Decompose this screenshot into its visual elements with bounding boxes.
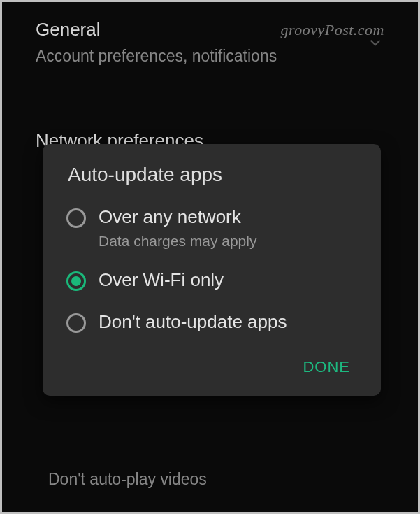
general-subtitle: Account preferences, notifications (15, 46, 405, 67)
settings-screen: groovyPost.com General Account preferenc… (15, 4, 405, 510)
auto-update-dialog: Auto-update apps Over any network Data c… (43, 144, 381, 396)
radio-label: Don't auto-update apps (99, 310, 360, 334)
radio-icon (66, 313, 86, 333)
expand-chevron-icon[interactable] (366, 34, 384, 55)
radio-label-wrap: Over any network Data charges may apply (99, 206, 360, 250)
radio-label-wrap: Don't auto-update apps (99, 310, 360, 334)
radio-icon (66, 208, 86, 228)
radio-label-wrap: Over Wi-Fi only (99, 269, 360, 292)
screenshot-frame: groovyPost.com General Account preferenc… (0, 0, 420, 514)
radio-label: Over any network (99, 206, 360, 229)
section-divider (36, 90, 384, 90)
radio-sublabel: Data charges may apply (99, 231, 360, 250)
autoplay-subtitle: Don't auto-play videos (48, 470, 207, 489)
radio-option-dont-update[interactable]: Don't auto-update apps (64, 310, 360, 334)
radio-option-wifi-only[interactable]: Over Wi-Fi only (64, 269, 360, 292)
dialog-title: Auto-update apps (68, 164, 360, 186)
radio-icon-selected (66, 271, 86, 291)
radio-option-any-network[interactable]: Over any network Data charges may apply (64, 206, 360, 250)
done-button[interactable]: DONE (293, 352, 360, 382)
radio-label: Over Wi-Fi only (99, 269, 360, 292)
dialog-actions: DONE (64, 352, 360, 382)
